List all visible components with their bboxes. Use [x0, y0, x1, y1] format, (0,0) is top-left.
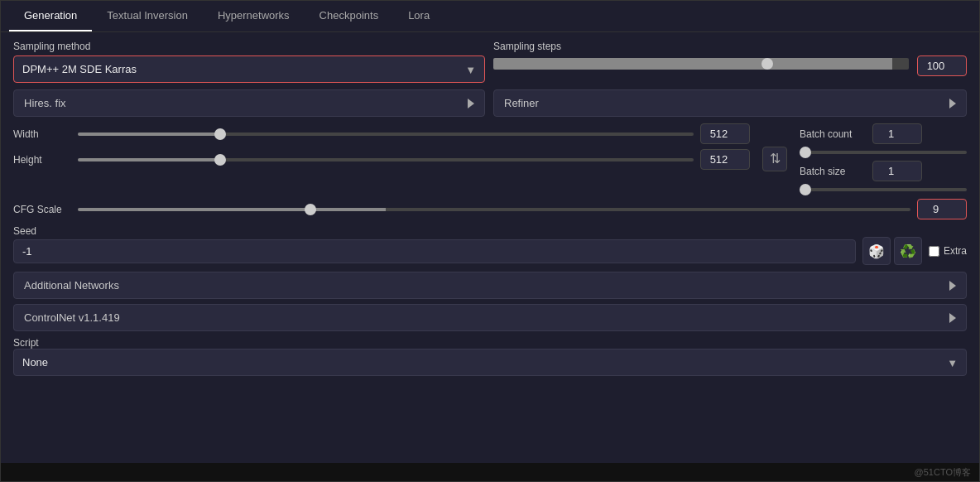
additional-networks-button[interactable]: Additional Networks — [13, 272, 967, 299]
content-area: Sampling method DPM++ 2M SDE Karras ▼ Sa… — [1, 32, 979, 463]
swap-col: ⇅ — [758, 123, 791, 194]
width-height-batch-section: Width 512 Height 512 ⇅ Batch count 1 — [13, 123, 967, 194]
batch-col: Batch count 1 Batch size 1 — [800, 123, 967, 194]
batch-size-slider[interactable] — [800, 188, 967, 191]
seed-random-button[interactable]: 🎲 — [862, 237, 891, 265]
cfg-scale-slider[interactable] — [78, 208, 910, 211]
height-row: Height 512 — [13, 149, 750, 170]
height-input[interactable]: 512 — [700, 149, 750, 170]
tabs-bar: Generation Textual Inversion Hypernetwor… — [1, 1, 979, 32]
hires-refiner-row: Hires. fix Refiner — [13, 89, 967, 117]
script-label: Script — [13, 337, 39, 349]
footer-text: @51CTO博客 — [915, 466, 971, 479]
controlnet-row: ControlNet v1.1.419 — [13, 304, 967, 331]
sampling-method-select-wrapper: DPM++ 2M SDE Karras ▼ — [13, 55, 485, 83]
width-row: Width 512 — [13, 123, 750, 144]
width-slider[interactable] — [78, 133, 694, 136]
hires-fix-button[interactable]: Hires. fix — [13, 89, 485, 117]
batch-count-label: Batch count — [800, 128, 866, 140]
sampling-method-select[interactable]: DPM++ 2M SDE Karras — [14, 56, 484, 82]
wh-sliders-section: Width 512 Height 512 — [13, 123, 750, 194]
batch-count-row: Batch count 1 — [800, 123, 967, 144]
extra-checkbox[interactable] — [929, 246, 939, 257]
swap-dimensions-button[interactable]: ⇅ — [762, 147, 787, 171]
main-container: Generation Textual Inversion Hypernetwor… — [0, 0, 980, 482]
sampling-method-label: Sampling method — [13, 41, 485, 52]
tab-checkpoints[interactable]: Checkpoints — [305, 1, 394, 31]
refiner-button[interactable]: Refiner — [493, 89, 967, 117]
sampling-steps-section: Sampling steps 100 — [493, 41, 967, 76]
cfg-scale-label: CFG Scale — [13, 204, 71, 215]
seed-input[interactable]: -1 — [13, 239, 856, 263]
batch-count-input[interactable]: 1 — [872, 123, 922, 144]
seed-label: Seed — [13, 225, 36, 237]
seed-row: -1 🎲 ♻️ Extra — [13, 237, 967, 265]
hires-fix-arrow-icon — [468, 99, 474, 108]
controlnet-arrow-icon — [949, 313, 956, 323]
sampling-steps-slider[interactable] — [493, 58, 909, 70]
refiner-arrow-icon — [949, 99, 956, 108]
height-label: Height — [13, 154, 71, 166]
cfg-scale-input[interactable]: 9 — [917, 199, 967, 219]
batch-count-slider[interactable] — [800, 151, 967, 154]
cfg-scale-row: CFG Scale 9 — [13, 199, 967, 219]
controlnet-button[interactable]: ControlNet v1.1.419 — [13, 304, 967, 331]
tab-hypernetworks[interactable]: Hypernetworks — [203, 1, 305, 31]
hires-fix-label: Hires. fix — [24, 97, 66, 109]
seed-recycle-button[interactable]: ♻️ — [894, 237, 922, 265]
seed-section: Seed -1 🎲 ♻️ Extra — [13, 224, 967, 265]
width-label: Width — [13, 128, 71, 140]
tab-textual-inversion[interactable]: Textual Inversion — [92, 1, 203, 31]
batch-size-input[interactable]: 1 — [872, 161, 922, 181]
batch-size-label: Batch size — [800, 166, 866, 177]
controlnet-label: ControlNet v1.1.419 — [24, 311, 120, 324]
sampling-steps-input[interactable]: 100 — [917, 55, 967, 76]
sampling-method-section: Sampling method DPM++ 2M SDE Karras ▼ — [13, 41, 485, 83]
sampling-row: Sampling method DPM++ 2M SDE Karras ▼ Sa… — [13, 41, 967, 83]
extra-checkbox-row: Extra — [929, 245, 967, 257]
tab-generation[interactable]: Generation — [9, 1, 92, 31]
refiner-label: Refiner — [504, 97, 539, 109]
script-select-wrapper: None ▼ — [13, 349, 967, 376]
script-select[interactable]: None — [14, 349, 966, 375]
batch-size-row: Batch size 1 — [800, 161, 967, 181]
tab-lora[interactable]: Lora — [393, 1, 444, 31]
sampling-steps-slider-group: Sampling steps — [493, 41, 909, 70]
cfg-scale-section: CFG Scale 9 — [13, 199, 967, 219]
width-input[interactable]: 512 — [700, 123, 750, 144]
bottom-bar: @51CTO博客 — [1, 463, 979, 481]
seed-buttons: 🎲 ♻️ — [862, 237, 922, 265]
sampling-steps-label: Sampling steps — [493, 41, 909, 52]
additional-networks-label: Additional Networks — [24, 279, 119, 292]
height-slider[interactable] — [78, 158, 694, 161]
additional-networks-arrow-icon — [949, 281, 956, 291]
extra-label: Extra — [944, 245, 967, 257]
script-section: Script None ▼ — [13, 336, 967, 376]
additional-networks-row: Additional Networks — [13, 272, 967, 299]
